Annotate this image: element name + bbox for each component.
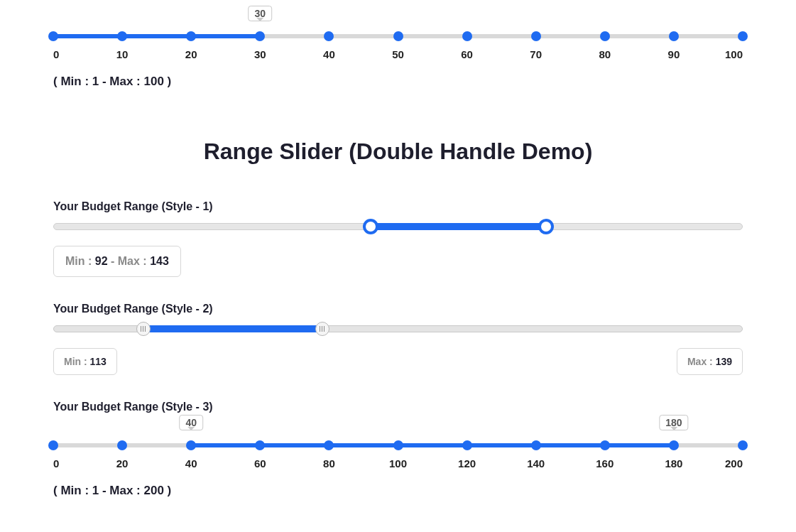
style2-max-label: Max :: [687, 356, 716, 367]
tick-dot: [462, 31, 472, 41]
tick-dot: [255, 440, 265, 450]
tick-dot: [324, 440, 334, 450]
tick-dot: [462, 440, 472, 450]
tick-dot: [600, 440, 610, 450]
tick-dot: [48, 440, 58, 450]
tick-label: 0: [53, 457, 59, 469]
tick-label: 50: [392, 48, 404, 60]
style1-handle-low[interactable]: [363, 219, 378, 234]
style1-label: Your Budget Range (Style - 1): [53, 200, 743, 213]
slider-value-bubble: 30: [249, 6, 273, 21]
style1-max-value: 143: [150, 255, 169, 267]
tick-label: 100: [389, 457, 407, 469]
slider-track-fill: [53, 34, 260, 38]
style3-bubble-high: 180: [659, 415, 688, 430]
section-heading: Range Slider (Double Handle Demo): [53, 139, 743, 165]
tick-label: 70: [530, 48, 542, 60]
tick-label: 60: [461, 48, 473, 60]
tick-dot: [393, 31, 403, 41]
style2-slider-track[interactable]: [53, 325, 743, 332]
style2-slider-fill: [143, 325, 322, 332]
tick-dot: [186, 31, 196, 41]
tick-label: 140: [527, 457, 545, 469]
style3-slider-track[interactable]: 40 180 020406080100120140160180200: [53, 438, 743, 477]
tick-dot: [531, 31, 541, 41]
style1-handle-high[interactable]: [538, 219, 554, 234]
tick-dot: [117, 31, 127, 41]
tick-label: 100: [725, 48, 743, 60]
style3-label: Your Budget Range (Style - 3): [53, 401, 743, 413]
tick-dot: [738, 31, 748, 41]
style1-slider-fill: [371, 223, 546, 230]
single-slider-minmax: ( Min : 1 - Max : 100 ): [53, 75, 743, 89]
style2-handle-high[interactable]: [315, 322, 329, 336]
tick-label: 10: [116, 48, 129, 60]
style1-min-value: 92: [95, 255, 108, 267]
tick-label: 0: [53, 48, 59, 60]
tick-dot: [117, 440, 127, 450]
tick-label: 20: [185, 48, 197, 60]
tick-dot: [255, 31, 265, 41]
style2-handle-low[interactable]: [136, 322, 151, 336]
tick-label: 40: [185, 457, 197, 469]
tick-dot: [669, 31, 679, 41]
tick-dot: [393, 440, 403, 450]
style1-value-box: Min : 92 - Max : 143: [53, 246, 181, 277]
single-slider-section: 30 0102030405060708090100 ( Min : 1 - Ma…: [53, 28, 743, 89]
tick-dot: [531, 440, 541, 450]
tick-label: 80: [323, 457, 335, 469]
style3-bubble-low: 40: [179, 415, 203, 430]
style3-block: Your Budget Range (Style - 3) 40 180 020…: [53, 401, 743, 498]
style2-label: Your Budget Range (Style - 2): [53, 303, 743, 315]
style2-max-value: 139: [716, 356, 732, 367]
style3-minmax: ( Min : 1 - Max : 200 ): [53, 484, 743, 498]
tick-label: 20: [116, 457, 129, 469]
tick-label: 60: [254, 457, 266, 469]
single-slider-track[interactable]: 30 0102030405060708090100: [53, 28, 743, 67]
style2-min-box: Min : 113: [53, 348, 117, 375]
style1-block: Your Budget Range (Style - 1) Min : 92 -…: [53, 200, 743, 277]
tick-label: 200: [725, 457, 743, 469]
style2-max-box: Max : 139: [677, 348, 743, 375]
tick-dot: [48, 31, 58, 41]
tick-label: 90: [668, 48, 680, 60]
tick-dot: [600, 31, 610, 41]
tick-dot: [324, 31, 334, 41]
tick-label: 180: [665, 457, 682, 469]
style1-slider-track[interactable]: [53, 223, 743, 230]
style2-min-value: 113: [90, 356, 107, 367]
tick-label: 40: [323, 48, 335, 60]
style1-min-label: Min :: [65, 255, 95, 267]
tick-dot: [738, 440, 748, 450]
style2-min-label: Min :: [64, 356, 90, 367]
style1-max-label: Max :: [118, 255, 150, 267]
style2-block: Your Budget Range (Style - 2) Min : 113 …: [53, 303, 743, 375]
tick-dot: [669, 440, 679, 450]
style1-sep: -: [108, 255, 118, 267]
tick-dot: [186, 440, 196, 450]
tick-label: 120: [458, 457, 476, 469]
tick-label: 30: [254, 48, 266, 60]
tick-label: 80: [599, 48, 611, 60]
tick-label: 160: [596, 457, 614, 469]
